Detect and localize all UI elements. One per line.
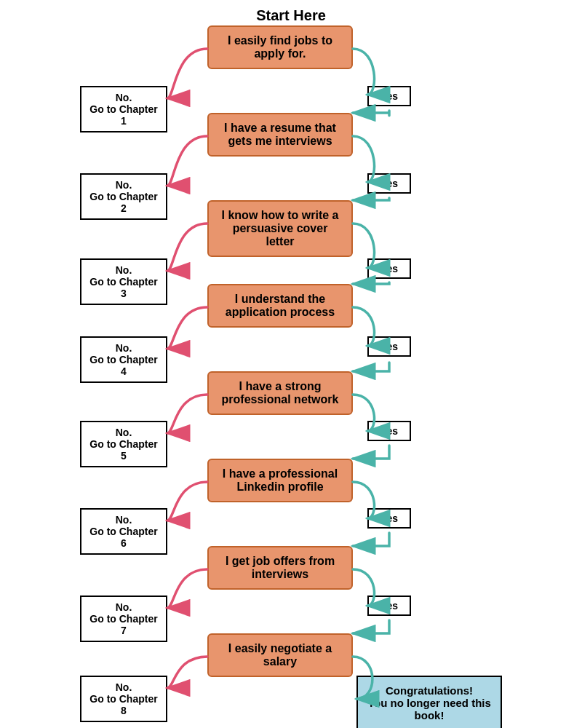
no-box-3: No.Go to Chapter 4 bbox=[80, 336, 167, 383]
flowchart: Start Here I easily find jobs toapply fo… bbox=[0, 0, 582, 44]
question-box-3: I understand theapplication process bbox=[207, 284, 353, 328]
no-box-2: No.Go to Chapter 3 bbox=[80, 258, 167, 305]
question-box-1: I have a resume thatgets me interviews bbox=[207, 113, 353, 157]
question-box-5: I have a professionalLinkedin profile bbox=[207, 459, 353, 502]
yes-box-6: Yes bbox=[367, 596, 411, 616]
question-box-0: I easily find jobs toapply for. bbox=[207, 25, 353, 69]
no-box-7: No.Go to Chapter 8 bbox=[80, 676, 167, 722]
start-label: Start Here bbox=[0, 7, 582, 24]
congrats-box: Congratulations!You no longer need this … bbox=[356, 676, 502, 728]
yes-box-4: Yes bbox=[367, 421, 411, 441]
yes-box-5: Yes bbox=[367, 508, 411, 529]
yes-box-2: Yes bbox=[367, 258, 411, 279]
yes-box-3: Yes bbox=[367, 336, 411, 357]
no-box-4: No.Go to Chapter 5 bbox=[80, 421, 167, 467]
question-box-2: I know how to write apersuasive cover le… bbox=[207, 200, 353, 257]
yes-box-0: Yes bbox=[367, 86, 411, 106]
question-box-6: I get job offers frominterviews bbox=[207, 546, 353, 590]
yes-box-1: Yes bbox=[367, 173, 411, 194]
question-box-7: I easily negotiate asalary bbox=[207, 633, 353, 677]
no-box-1: No.Go to Chapter 2 bbox=[80, 173, 167, 220]
question-box-4: I have a strongprofessional network bbox=[207, 371, 353, 415]
no-box-5: No.Go to Chapter 6 bbox=[80, 508, 167, 555]
no-box-6: No.Go to Chapter 7 bbox=[80, 596, 167, 642]
no-box-0: No.Go to Chapter 1 bbox=[80, 86, 167, 132]
